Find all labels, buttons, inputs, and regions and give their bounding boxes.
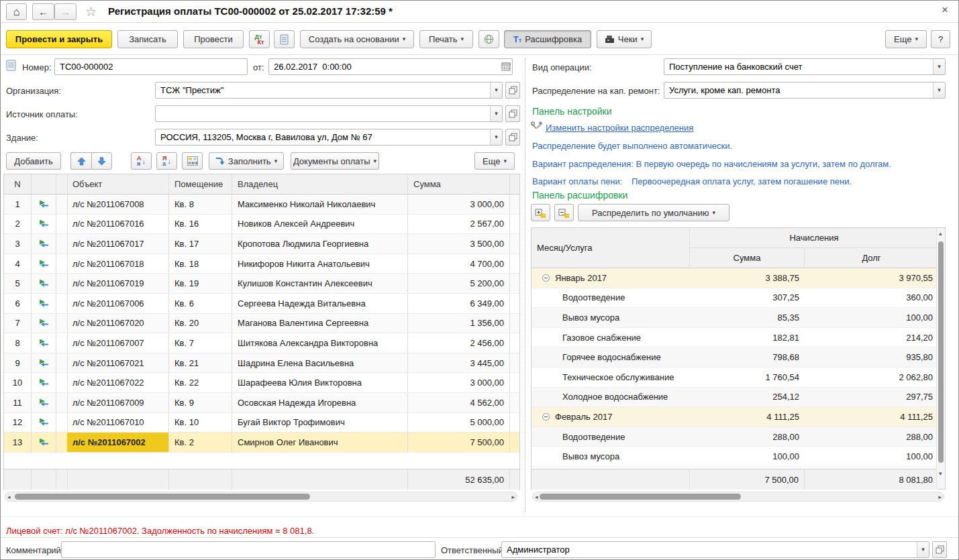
organization-input[interactable]	[156, 82, 490, 98]
col-header-room[interactable]: Помещение	[169, 174, 232, 194]
table-row[interactable]: 11л/с №2011067009Кв. 9Осовская Надежда И…	[4, 393, 519, 413]
service-row[interactable]: Техническое обслуживание1 760,542 062,80	[532, 368, 938, 388]
fill-button[interactable]: Заполнить▾	[209, 152, 284, 170]
col-header-sum[interactable]: Сумма	[408, 174, 510, 194]
table-row[interactable]: 5л/с №2011067019Кв. 19Кулишов Константин…	[4, 274, 519, 294]
close-icon[interactable]: ×	[942, 3, 948, 17]
service-row[interactable]: Вывоз мусора100,00100,00	[532, 447, 938, 467]
change-distribution-settings-link[interactable]: Изменить настройки распределения	[546, 123, 693, 133]
chevron-down-icon[interactable]: ▾	[490, 129, 502, 145]
scroll-up-icon[interactable]: ▴	[939, 231, 942, 237]
move-up-button[interactable]	[70, 152, 91, 170]
service-row[interactable]: Водоотведение307,25360,00	[532, 288, 938, 309]
table-more-button[interactable]: Еще▾	[474, 152, 515, 170]
capital-repair-input[interactable]	[664, 82, 933, 98]
col-header-accruals[interactable]: Начисления	[690, 228, 938, 248]
collapse-all-button[interactable]	[554, 204, 574, 221]
dt-kt-postings-button[interactable]: ДтКт	[249, 30, 270, 48]
chevron-down-icon[interactable]: ▾	[933, 59, 945, 74]
add-row-button[interactable]: Добавить	[6, 152, 61, 170]
scroll-right-icon[interactable]: ▸	[511, 494, 515, 500]
table-row[interactable]: 9л/с №2011067021Кв. 21Шадрина Елена Васи…	[4, 353, 519, 374]
responsible-open-button[interactable]	[932, 541, 947, 558]
service-row[interactable]: Газовое снабжение182,81214,20	[532, 328, 938, 348]
expand-all-button[interactable]	[531, 204, 550, 221]
print-button[interactable]: Печать▾	[419, 30, 473, 48]
chevron-down-icon[interactable]: ▾	[933, 82, 945, 98]
scroll-left-icon[interactable]: ◂	[7, 494, 11, 500]
payment-documents-button[interactable]: Документы оплаты▾	[291, 152, 379, 170]
panel-splitter[interactable]	[525, 58, 525, 512]
move-down-button[interactable]	[91, 152, 112, 170]
operation-kind-input[interactable]	[664, 59, 933, 74]
scroll-left-icon[interactable]: ◂	[535, 494, 538, 500]
post-button[interactable]: Провести	[183, 30, 244, 48]
create-based-on-button[interactable]: Создать на основании▾	[300, 30, 414, 48]
collapse-group-icon[interactable]	[542, 274, 550, 282]
building-input[interactable]	[156, 129, 490, 145]
col-header-accr-debt[interactable]: Долг	[805, 248, 938, 268]
table-row[interactable]: 2л/с №2011067016Кв. 16Новиков Алексей Ан…	[4, 215, 519, 235]
payment-source-input[interactable]	[156, 106, 490, 121]
back-button[interactable]: ←	[32, 3, 54, 20]
scroll-down-icon[interactable]: ▾	[939, 471, 942, 477]
calendar-icon[interactable]	[500, 59, 512, 74]
accruals-horizontal-scrollbar[interactable]: ◂ ▸	[532, 492, 944, 502]
table-row[interactable]: 7л/с №2011067020Кв. 20Маганова Валентина…	[4, 314, 519, 334]
col-header-icon[interactable]	[32, 174, 56, 194]
document-report-button[interactable]	[274, 30, 295, 48]
checks-button[interactable]: Чеки▾	[597, 30, 652, 48]
sort-descending-button[interactable]: Яа ↓	[156, 152, 177, 170]
table-row[interactable]: 1л/с №2011067008Кв. 8Максименко Николай …	[4, 194, 519, 215]
fill-arrow-icon	[215, 157, 225, 166]
table-row[interactable]: 4л/с №2011067018Кв. 18Никифоров Никита А…	[4, 254, 519, 274]
barcode-button[interactable]	[182, 152, 203, 170]
more-button[interactable]: Еще▾	[885, 30, 927, 48]
post-and-close-button[interactable]: Провести и закрыть	[6, 30, 112, 48]
col-header-object[interactable]: Объект	[67, 174, 169, 194]
date-input[interactable]	[269, 59, 500, 74]
favorite-star-icon[interactable]: ☆	[85, 4, 97, 19]
payers-horizontal-scrollbar[interactable]: ◂ ▸	[5, 492, 517, 502]
col-header-owner[interactable]: Владелец	[232, 174, 408, 194]
table-row[interactable]: 3л/с №2011067017Кв. 17Кропотова Людмила …	[4, 234, 519, 254]
building-open-button[interactable]	[505, 129, 520, 146]
service-row[interactable]: Горячее водоснабжение798,68935,80	[532, 347, 938, 368]
service-row[interactable]: Холодное водоснабжение254,12297,75	[532, 388, 938, 408]
chevron-down-icon[interactable]: ▾	[490, 82, 502, 98]
home-button[interactable]: ⌂	[6, 3, 27, 20]
table-row[interactable]: 10л/с №2011067022Кв. 22Шарафеева Юлия Ви…	[4, 373, 519, 393]
scroll-thumb[interactable]	[15, 494, 310, 500]
forward-button[interactable]: →	[54, 3, 77, 20]
sort-ascending-button[interactable]: Ая ↓	[131, 152, 152, 170]
service-row[interactable]: Вывоз мусора85,35100,00	[532, 308, 938, 328]
help-button[interactable]: ?	[931, 30, 950, 48]
group-row[interactable]: Февраль 20174 111,254 111,25	[532, 407, 938, 427]
payment-source-open-button[interactable]	[505, 105, 520, 122]
scroll-thumb[interactable]	[540, 494, 741, 500]
col-header-month-service[interactable]: Месяц/Услуга	[532, 228, 690, 268]
table-row[interactable]: 12л/с №2011067010Кв. 10Бугай Виктор Троф…	[4, 413, 519, 433]
bottom-divider	[1, 537, 958, 538]
comment-field[interactable]	[61, 541, 436, 558]
chevron-down-icon[interactable]: ▾	[917, 542, 929, 557]
table-row[interactable]: 8л/с №2011067007Кв. 7Шитякова Александра…	[4, 333, 519, 353]
number-field[interactable]	[54, 58, 248, 75]
responsible-input[interactable]	[502, 542, 917, 557]
accruals-vertical-scrollbar[interactable]: ▴ ▾	[936, 228, 945, 489]
organization-open-button[interactable]	[505, 82, 520, 99]
collapse-group-icon[interactable]	[542, 413, 550, 421]
col-header-accr-sum[interactable]: Сумма	[690, 248, 805, 268]
distribute-default-button[interactable]: Распределить по умолчанию▾	[578, 204, 729, 221]
col-header-n[interactable]: N	[4, 174, 32, 194]
chevron-down-icon[interactable]: ▾	[490, 106, 502, 121]
table-row[interactable]: 13л/с №2011067002Кв. 2Смирнов Олег Ивано…	[4, 433, 519, 453]
decode-toggle-button[interactable]: Тт Расшифровка	[504, 30, 591, 48]
scroll-right-icon[interactable]: ▸	[938, 494, 942, 500]
globe-button[interactable]	[478, 30, 499, 48]
table-row[interactable]: 6л/с №2011067006Кв. 6Сергеева Надежда Ви…	[4, 294, 519, 314]
group-row[interactable]: Январь 20173 388,753 970,55	[532, 268, 938, 288]
service-row[interactable]: Водоотведение288,00288,00	[532, 427, 938, 447]
scroll-thumb[interactable]	[938, 241, 944, 463]
save-button[interactable]: Записать	[117, 30, 178, 48]
